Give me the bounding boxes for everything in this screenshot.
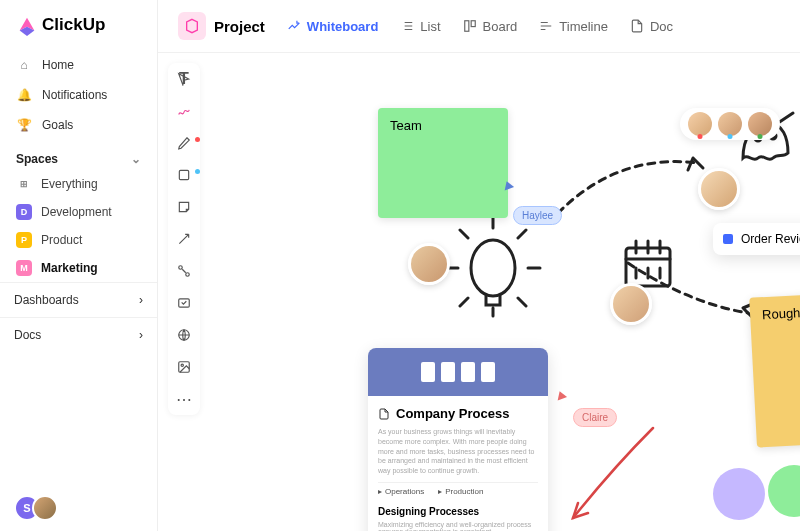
shape-circle-purple[interactable] [713,468,765,520]
company-sub-desc: Maximizing efficiency and well-organized… [378,521,538,531]
view-whiteboard[interactable]: Whiteboard [287,19,379,34]
space-product[interactable]: PProduct [0,226,157,254]
card-header-illustration [368,348,548,396]
whiteboard-icon [287,19,301,33]
svg-rect-2 [179,170,188,179]
project-label: Project [214,18,265,35]
color-red-dot [195,137,200,142]
bell-icon: 🔔 [16,87,32,103]
sticky-mockup[interactable]: Rough mockup [749,288,800,447]
project-title[interactable]: Project [178,12,265,40]
tool-image[interactable] [174,357,194,377]
tool-connector[interactable] [174,229,194,249]
svg-point-3 [179,266,183,270]
tool-web[interactable] [174,325,194,345]
nav-notifications-label: Notifications [42,88,107,102]
space-development[interactable]: DDevelopment [0,198,157,226]
shape-circle-green[interactable] [768,465,800,517]
logo[interactable]: ClickUp [0,0,157,50]
canvas-avatar-3[interactable] [610,283,652,325]
svg-rect-0 [464,21,468,32]
tool-pen[interactable] [174,133,194,153]
nav-dashboards[interactable]: Dashboards› [0,282,157,317]
chevron-down-icon: ⌄ [131,152,141,166]
tool-relationship[interactable] [174,261,194,281]
main: Project Whiteboard List Board Timeline D… [158,0,800,531]
space-d-icon: D [16,204,32,220]
tool-more[interactable]: ⋯ [174,389,194,409]
brand-name: ClickUp [42,15,105,35]
view-doc-label: Doc [650,19,673,34]
nav-docs[interactable]: Docs› [0,317,157,352]
svg-point-8 [181,364,183,366]
nav-goals-label: Goals [42,118,73,132]
svg-point-4 [186,273,190,277]
docs-label: Docs [14,328,41,342]
tool-text[interactable]: T [174,69,194,89]
presence-avatar-1[interactable] [688,112,712,136]
nav-home-label: Home [42,58,74,72]
trophy-icon: 🏆 [16,117,32,133]
option-operations[interactable]: ▸ Operations [378,487,424,496]
presence-avatar-3[interactable] [748,112,772,136]
card-order-review[interactable]: Order Review [713,223,800,255]
company-subtitle: Designing Processes [378,506,538,517]
avatar-peer[interactable] [32,495,58,521]
cursor-claire-icon [555,390,567,401]
spaces-label: Spaces [16,152,58,166]
svg-point-9 [471,240,515,296]
space-p-icon: P [16,232,32,248]
nav-notifications[interactable]: 🔔Notifications [0,80,157,110]
spaces-header[interactable]: Spaces⌄ [0,140,157,170]
cursor-claire: Claire [573,408,617,427]
cursor-haylee-name: Haylee [522,210,553,221]
view-doc[interactable]: Doc [630,19,673,34]
sticky-team[interactable]: Team [378,108,508,218]
view-board[interactable]: Board [463,19,518,34]
view-timeline[interactable]: Timeline [539,19,608,34]
sticky-mockup-text: Rough mockup [762,303,800,323]
whiteboard-canvas[interactable]: T ⋯ Team Rough mockup Order Review [158,53,800,531]
tool-shape[interactable] [174,165,194,185]
board-icon [463,19,477,33]
list-icon [400,19,414,33]
canvas-avatar-2[interactable] [698,168,740,210]
space-development-label: Development [41,205,112,219]
cursor-claire-name: Claire [582,412,608,423]
space-everything-label: Everything [41,177,98,191]
space-everything[interactable]: ⊞Everything [0,170,157,198]
space-marketing[interactable]: MMarketing [0,254,157,282]
project-icon [178,12,206,40]
clickup-logo-icon [16,14,38,36]
order-review-label: Order Review [741,232,800,246]
tool-sticky[interactable] [174,197,194,217]
view-timeline-label: Timeline [559,19,608,34]
doc-icon [378,408,390,420]
nav-home[interactable]: ⌂Home [0,50,157,80]
space-product-label: Product [41,233,82,247]
svg-rect-1 [471,21,475,27]
tool-freehand[interactable] [174,101,194,121]
task-status-icon [723,234,733,244]
nav-goals[interactable]: 🏆Goals [0,110,157,140]
sticky-team-text: Team [390,118,422,133]
chevron-right-icon: › [139,293,143,307]
card-company-process[interactable]: Company Process As your business grows t… [368,348,548,531]
company-desc: As your business grows things will inevi… [378,427,538,476]
space-m-icon: M [16,260,32,276]
dashboards-label: Dashboards [14,293,79,307]
canvas-avatar-1[interactable] [408,243,450,285]
presence-avatar-2[interactable] [718,112,742,136]
view-list[interactable]: List [400,19,440,34]
tool-task[interactable] [174,293,194,313]
company-title-text: Company Process [396,406,509,421]
sketch-lightbulb [438,213,548,333]
user-avatars[interactable]: S [14,495,50,521]
presence-avatars[interactable] [680,108,780,140]
cursor-haylee-icon [502,180,514,191]
cursor-haylee: Haylee [513,206,562,225]
doc-icon [630,19,644,33]
option-production[interactable]: ▸ Production [438,487,483,496]
card-title: Company Process [378,406,538,421]
opt2-text: Production [445,487,483,496]
